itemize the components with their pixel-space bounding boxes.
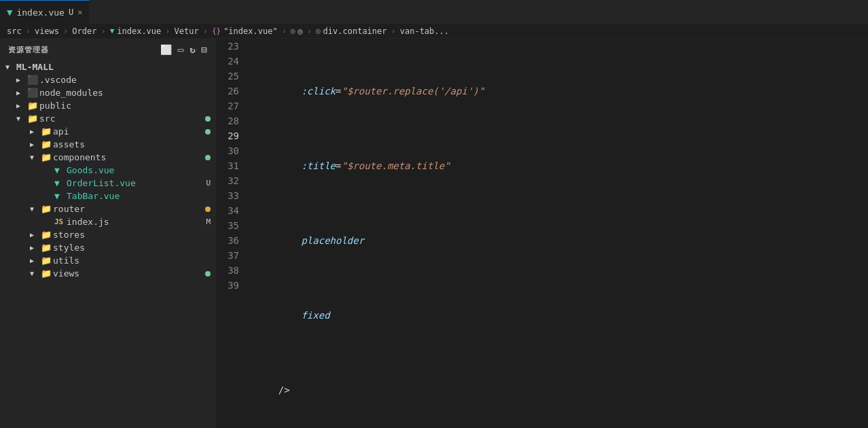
- public-folder-icon: 📁: [27, 101, 39, 111]
- orderlist-vue-icon: ▼: [54, 178, 67, 188]
- breadcrumb-vetur[interactable]: Vetur: [175, 26, 199, 36]
- sidebar-item-router-index[interactable]: ▶ JS index.js M: [0, 215, 216, 228]
- api-badge: [205, 129, 211, 135]
- node-modules-arrow: ▶: [16, 89, 27, 96]
- vue-icon: ▼: [7, 7, 12, 18]
- sidebar-item-stores[interactable]: ▶ 📁 stores: [0, 228, 216, 241]
- stores-label: stores: [53, 230, 85, 240]
- breadcrumb-van-tab[interactable]: van-tab...: [400, 26, 449, 36]
- new-file-icon[interactable]: ⬜: [160, 44, 173, 55]
- sidebar-item-components[interactable]: ▼ 📁 components: [0, 151, 216, 164]
- root-arrow: ▼: [5, 63, 16, 71]
- sidebar-header-icons: ⬜ ▭ ↻ ⊟: [160, 44, 208, 55]
- src-folder-icon: 📁: [27, 113, 39, 124]
- editor-area: 23 24 25 26 27 28 29 30 31 32 33 34 35 3…: [216, 39, 868, 428]
- l24-content: :title="$route.meta.title": [255, 158, 450, 173]
- code-editor[interactable]: :click="$router.replace('/api')" :title=…: [250, 39, 868, 428]
- breadcrumb-sep-7: ›: [307, 26, 312, 36]
- src-label: src: [39, 113, 55, 124]
- breadcrumb-sep-8: ›: [391, 26, 396, 36]
- main-area: 资源管理器 ⬜ ▭ ↻ ⊟ ▼ ML-MALL ▶ ⬛ .vscode ▶ ⬛ …: [0, 39, 868, 428]
- sidebar-item-router[interactable]: ▼ 📁 router: [0, 202, 216, 215]
- assets-label: assets: [53, 139, 85, 149]
- collapse-icon[interactable]: ⊟: [202, 44, 208, 55]
- sidebar-item-vscode[interactable]: ▶ ⬛ .vscode: [0, 73, 216, 86]
- breadcrumb-sep-3: ›: [101, 26, 105, 36]
- code-line-24: :title="$route.meta.title": [255, 158, 868, 173]
- stores-folder-icon: 📁: [41, 230, 53, 240]
- stores-arrow: ▶: [30, 231, 41, 238]
- views-badge: [205, 271, 211, 277]
- public-arrow: ▶: [16, 102, 27, 109]
- styles-label: styles: [53, 243, 85, 253]
- refresh-icon[interactable]: ↻: [189, 44, 196, 55]
- sidebar-item-public[interactable]: ▶ 📁 public: [0, 99, 216, 112]
- assets-arrow: ▶: [30, 141, 41, 148]
- new-folder-icon[interactable]: ▭: [178, 44, 184, 55]
- vscode-folder-icon: ⬛: [27, 75, 39, 85]
- sidebar-item-styles[interactable]: ▶ 📁 styles: [0, 241, 216, 254]
- breadcrumb-sep-5: ›: [203, 26, 208, 36]
- breadcrumb-obj-icon-1: {}: [212, 26, 221, 35]
- breadcrumb-template[interactable]: ◎: [297, 26, 302, 36]
- sidebar-title: 资源管理器: [8, 45, 49, 55]
- api-label: api: [53, 126, 69, 137]
- breadcrumb-obj-icon-2: ◎: [291, 26, 295, 35]
- utils-arrow: ▶: [30, 257, 41, 264]
- sidebar-root-folder[interactable]: ▼ ML-MALL: [0, 60, 216, 73]
- breadcrumb: src › views › Order › ▼ index.vue › Vetu…: [0, 24, 868, 39]
- sidebar-item-node-modules[interactable]: ▶ ⬛ node_modules: [0, 86, 216, 99]
- sidebar-item-views[interactable]: ▼ 📁 views: [0, 267, 216, 280]
- views-arrow: ▼: [30, 270, 41, 277]
- vscode-label: .vscode: [39, 75, 77, 85]
- code-container[interactable]: 23 24 25 26 27 28 29 30 31 32 33 34 35 3…: [216, 39, 868, 428]
- breadcrumb-sep-2: ›: [63, 26, 68, 36]
- line-numbers: 23 24 25 26 27 28 29 30 31 32 33 34 35 3…: [216, 39, 250, 428]
- components-badge: [205, 155, 211, 160]
- components-arrow: ▼: [30, 154, 41, 161]
- utils-folder-icon: 📁: [41, 255, 53, 266]
- goods-vue-icon: ▼: [54, 165, 67, 175]
- sidebar-item-orderlist-vue[interactable]: ▶ ▼ OrderList.vue U: [0, 177, 216, 190]
- l23-content: :click="$router.replace('/api')": [255, 84, 484, 99]
- sidebar-item-api[interactable]: ▶ 📁 api: [0, 125, 216, 138]
- orderlist-vue-label: OrderList.vue: [67, 178, 136, 188]
- tab-close-button[interactable]: ✕: [77, 7, 82, 17]
- sidebar-item-src[interactable]: ▼ 📁 src: [0, 112, 216, 125]
- node-modules-label: node_modules: [39, 88, 103, 98]
- tab-index-vue[interactable]: ▼ index.vue U ✕: [0, 0, 90, 24]
- breadcrumb-sep-4: ›: [165, 26, 170, 36]
- goods-vue-label: Goods.vue: [67, 165, 114, 175]
- breadcrumb-obj-icon-3: ◎: [316, 26, 321, 35]
- vscode-arrow: ▶: [16, 76, 27, 84]
- breadcrumb-sep-6: ›: [282, 26, 287, 36]
- public-label: public: [39, 101, 71, 111]
- sidebar-item-utils[interactable]: ▶ 📁 utils: [0, 254, 216, 267]
- utils-label: utils: [53, 255, 79, 266]
- breadcrumb-views[interactable]: views: [35, 26, 59, 36]
- breadcrumb-div-container[interactable]: div.container: [323, 26, 387, 36]
- node-modules-icon: ⬛: [27, 88, 39, 98]
- tabbar-vue-label: TabBar.vue: [67, 191, 120, 201]
- breadcrumb-index-vue[interactable]: index.vue: [117, 26, 161, 36]
- code-line-27: />: [255, 382, 868, 397]
- code-line-26: fixed: [255, 308, 868, 323]
- tabbar-vue-icon: ▼: [54, 191, 67, 201]
- router-index-label: index.js: [67, 217, 109, 227]
- code-line-23: :click="$router.replace('/api')": [255, 84, 868, 99]
- breadcrumb-order[interactable]: Order: [72, 26, 96, 36]
- tab-bar: ▼ index.vue U ✕: [0, 0, 868, 24]
- router-badge: [205, 207, 211, 212]
- router-folder-icon: 📁: [41, 204, 53, 214]
- breadcrumb-index-vue-str[interactable]: "index.vue": [223, 26, 277, 36]
- l25-content: placeholder: [255, 233, 364, 248]
- l27-content: />: [255, 382, 290, 397]
- sidebar-item-assets[interactable]: ▶ 📁 assets: [0, 138, 216, 151]
- sidebar-item-tabbar-vue[interactable]: ▶ ▼ TabBar.vue: [0, 190, 216, 202]
- root-folder-label: ML-MALL: [16, 62, 54, 72]
- breadcrumb-src[interactable]: src: [7, 26, 22, 36]
- code-line-25: placeholder: [255, 233, 868, 248]
- js-file-icon: JS: [54, 217, 67, 226]
- router-label: router: [53, 204, 85, 214]
- sidebar-item-goods-vue[interactable]: ▶ ▼ Goods.vue: [0, 164, 216, 177]
